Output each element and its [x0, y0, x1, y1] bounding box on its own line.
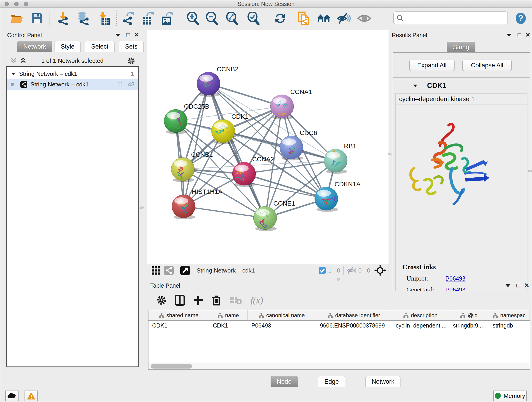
float-panel-icon[interactable] — [115, 34, 120, 37]
search-input[interactable] — [406, 13, 504, 23]
export-network-button[interactable] — [120, 11, 136, 26]
scrollbar-thumb[interactable] — [151, 364, 192, 369]
warnings-button[interactable] — [25, 390, 38, 401]
node-HIST1H1A[interactable]: HIST1H1A — [172, 188, 222, 219]
import-table-file-button[interactable] — [96, 11, 112, 26]
column-header-description[interactable]: description — [392, 310, 449, 320]
tab-network-table[interactable]: Network Table — [365, 376, 400, 387]
expand-all-button[interactable]: Expand All — [409, 60, 455, 71]
refresh-view-button[interactable] — [273, 11, 288, 26]
node-CCNA1[interactable]: CCNA1 — [270, 88, 312, 119]
tab-edge-table[interactable]: Edge Table — [318, 376, 345, 387]
entry-description: cyclin–dependent kinase 1 — [399, 95, 475, 103]
string-view-icon[interactable] — [164, 266, 174, 275]
column-header-database-identifier[interactable]: database identifier — [316, 310, 392, 320]
crosslinks-title: CrossLinks — [402, 263, 526, 271]
selected-checkbox-icon[interactable] — [319, 267, 326, 274]
zoom-selected-button[interactable] — [246, 11, 261, 26]
node-CDKN1A[interactable]: CDKN1A — [315, 181, 361, 212]
tab-select[interactable]: Select — [85, 41, 114, 52]
export-network-icon — [122, 12, 134, 25]
network-options-gear-icon[interactable] — [127, 57, 135, 65]
delete-column-icon[interactable] — [211, 295, 221, 306]
node-CCNB1[interactable]: CCNB1 — [171, 151, 213, 182]
cell-description[interactable]: cyclin–dependent ... — [392, 321, 449, 331]
splitter-handle[interactable] — [388, 153, 392, 155]
cell--id[interactable]: stringdb:9... — [449, 321, 489, 331]
cell-canonical-name[interactable]: P06493 — [248, 321, 316, 331]
cell-database-identifier[interactable]: 9606.ENSP00000378699 — [316, 321, 392, 331]
tab-node-table[interactable]: Node Table — [271, 376, 298, 387]
memory-button[interactable]: Memory — [493, 390, 527, 401]
table-row[interactable]: CDK1CDK1P064939606.ENSP00000378699cyclin… — [148, 321, 530, 331]
tab-network[interactable]: Network — [17, 41, 52, 52]
column-header-canonical-name[interactable]: canonical name — [248, 310, 316, 320]
entry-header[interactable]: CDK1 — [393, 80, 530, 92]
edge-CCNB2-HIST1H1A[interactable] — [184, 84, 209, 206]
show-all-button[interactable] — [357, 11, 372, 26]
cell-namespac[interactable]: stringdb — [489, 321, 530, 331]
tab-sets[interactable]: Sets — [119, 41, 144, 52]
tab-string[interactable]: String — [447, 42, 475, 53]
cell-name[interactable]: CDK1 — [209, 321, 248, 331]
close-panel-button[interactable]: ✕ — [524, 282, 529, 288]
undock-panel-button[interactable]: □ — [518, 32, 521, 38]
control-panel: Control Panel □ ✕ NetworkStyleSelectSets… — [3, 30, 138, 367]
crosslink-link[interactable]: P06493 — [446, 275, 466, 282]
export-image-button[interactable] — [159, 11, 175, 26]
tab-style[interactable]: Style — [55, 41, 81, 52]
zoom-in-button[interactable] — [186, 11, 201, 26]
edge-CDK1-RB1[interactable] — [223, 131, 336, 161]
node-CCNB2[interactable]: CCNB2 — [190, 65, 239, 97]
node-table[interactable]: shared namenamecanonical namedatabase id… — [148, 310, 530, 370]
splitter-handle[interactable] — [140, 206, 144, 209]
show-columns-icon[interactable] — [175, 295, 185, 306]
cell-shared-name[interactable]: CDK1 — [148, 321, 209, 331]
column-type-icon — [404, 313, 409, 318]
splitter-handle[interactable] — [528, 170, 532, 172]
help-button[interactable]: ? — [513, 11, 528, 26]
entry-expander-icon[interactable] — [413, 85, 418, 87]
horizontal-scrollbar[interactable] — [148, 363, 530, 370]
splitter-handle[interactable] — [336, 278, 340, 281]
collapse-all-button[interactable]: Collapse All — [462, 60, 512, 71]
float-panel-icon[interactable] — [505, 284, 510, 287]
save-session-button[interactable] — [29, 11, 44, 26]
undock-panel-button[interactable]: □ — [516, 282, 520, 288]
add-column-icon[interactable] — [193, 295, 203, 305]
column-header-namespac[interactable]: namespac — [489, 310, 530, 320]
table-options-gear-icon[interactable] — [157, 295, 167, 305]
column-header-name[interactable]: name — [209, 310, 248, 320]
network-row-selected[interactable]: String Network – cdk1 11 48 — [7, 79, 138, 89]
open-view-window-icon[interactable] — [180, 266, 190, 275]
undock-panel-button[interactable]: □ — [126, 32, 130, 38]
edge-HIST1H1A-CCNE1[interactable] — [184, 206, 265, 218]
hidden-count: 0 - 0 — [358, 267, 370, 274]
zoom-out-button[interactable] — [205, 11, 220, 26]
column-header-shared-name[interactable]: shared name — [148, 310, 209, 320]
home-button[interactable] — [316, 11, 331, 26]
birds-eye-toggle-icon[interactable] — [374, 265, 386, 276]
network-collection-row[interactable]: String Network – cdk1 1 — [7, 69, 138, 79]
network-canvas[interactable]: CCNB2CCNA1CDC25BCDK1CDC6RB1CCNB1CCNA2CDK… — [147, 30, 389, 264]
collapse-all-icon[interactable] — [10, 58, 17, 64]
close-panel-button[interactable]: ✕ — [134, 32, 139, 38]
column-header--id[interactable]: @id — [449, 310, 489, 320]
hide-selected-button[interactable] — [336, 11, 351, 26]
grid-view-icon[interactable] — [151, 266, 160, 275]
zoom-fit-button[interactable] — [225, 11, 240, 26]
collection-expander-icon[interactable] — [12, 73, 15, 75]
cloud-status-button[interactable] — [5, 390, 19, 401]
node-CDK1[interactable]: CDK1 — [211, 113, 249, 144]
export-table-button[interactable] — [140, 11, 155, 26]
clone-network-button[interactable] — [296, 11, 311, 26]
float-panel-icon[interactable] — [507, 34, 512, 37]
node-label-RB1: RB1 — [344, 143, 356, 150]
import-network-file-button[interactable] — [56, 11, 70, 26]
close-panel-button[interactable]: ✕ — [525, 32, 530, 38]
node-CDC6[interactable]: CDC6 — [280, 129, 317, 160]
node-RB1[interactable]: RB1 — [324, 143, 356, 174]
open-session-button[interactable] — [9, 11, 24, 26]
import-network-database-button[interactable] — [76, 11, 91, 26]
expand-all-icon[interactable] — [20, 58, 27, 64]
